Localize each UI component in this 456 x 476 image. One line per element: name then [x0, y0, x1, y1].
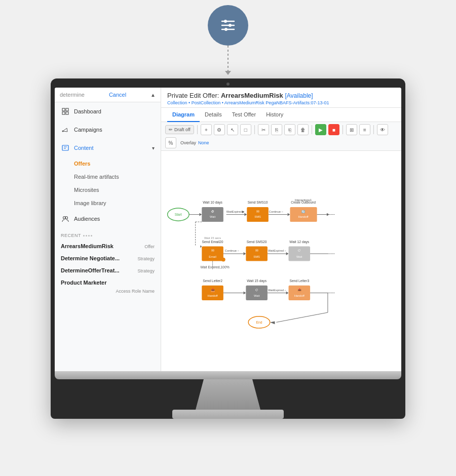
svg-text:Wait: Wait [254, 294, 260, 297]
sidebar-subitem-offers[interactable]: Offers [55, 157, 161, 170]
svg-rect-66 [202, 286, 223, 300]
svg-text:Interactions1: Interactions1 [295, 199, 312, 202]
recent-name-arrears: ArrearsMediumRisk [61, 243, 113, 249]
svg-text:Handoff: Handoff [294, 294, 305, 297]
tab-history[interactable]: History [261, 108, 288, 122]
recent-item-arrears[interactable]: ArrearsMediumRisk Offer [55, 240, 161, 252]
cut-button[interactable]: ✂ [258, 124, 269, 135]
audiences-icon [61, 214, 70, 223]
grid-button[interactable]: ⊞ [346, 124, 357, 135]
diagram-toolbar: ✏ Draft off + ⚙ ↖ □ ✂ ⎘ ⎗ 🗑 ▶ ■ [161, 122, 401, 151]
svg-text:⏱: ⏱ [297, 249, 301, 252]
tab-testoffer[interactable]: Test Offer [227, 108, 261, 122]
svg-text:Start: Start [175, 213, 182, 217]
sidebar-audiences-label: Audiences [74, 216, 100, 222]
delete-button[interactable]: 🗑 [297, 124, 309, 135]
svg-rect-8 [62, 112, 65, 114]
svg-rect-34 [290, 207, 317, 222]
overlay-value[interactable]: None [198, 140, 209, 145]
recent-name-productmarketer: Product Marketer [61, 280, 106, 286]
svg-text:✉: ✉ [255, 249, 258, 252]
svg-rect-20 [202, 207, 223, 222]
content-expand-icon[interactable]: ▾ [152, 145, 155, 151]
add-button[interactable]: + [201, 124, 212, 135]
draft-label: Draft off [174, 127, 191, 132]
svg-text:Wait 10 days: Wait 10 days [203, 201, 222, 205]
recent-label: RECENT [61, 233, 81, 238]
sidebar-subitem-realtime[interactable]: Real-time artifacts [55, 170, 161, 183]
svg-text:⏱: ⏱ [255, 288, 258, 292]
recent-name-determineoffertreat: DetermineOfferTreat... [61, 267, 120, 273]
shape-button[interactable]: □ [240, 124, 251, 135]
list-button[interactable]: ≡ [359, 124, 370, 135]
overlay-text: Overlay [180, 140, 196, 145]
toolbar-sep5 [373, 125, 374, 134]
eye-button[interactable]: 👁 [377, 124, 388, 135]
svg-point-5 [224, 28, 227, 31]
svg-point-3 [229, 24, 232, 27]
recent-item-productmarketer[interactable]: Product Marketer [55, 276, 161, 289]
svg-marker-71 [244, 291, 246, 294]
top-settings-icon [208, 5, 248, 46]
arrow-connector [225, 46, 231, 75]
page-wrapper: determine Cancel ▲ Dashboard Campa [0, 0, 456, 476]
recent-name-determine: Determine Negotiate... [61, 255, 120, 261]
paste-button[interactable]: ⎗ [284, 124, 295, 135]
recent-item-determineoffertreat[interactable]: DetermineOfferTreat... Strategy [55, 264, 161, 276]
tab-diagram[interactable]: Diagram [167, 108, 200, 122]
svg-marker-19 [199, 213, 202, 216]
main-content: Private Edit Offer: ArrearsMediumRisk [A… [161, 88, 401, 371]
title-name: ArrearsMediumRisk [221, 92, 283, 99]
svg-text:Wait 15 days: Wait 15 days [247, 279, 267, 283]
recent-item-determine[interactable]: Determine Negotiate... Strategy [55, 252, 161, 264]
flow-diagram-svg: Start ⏱ Wait Wait 10 days WaitExpired▶ [161, 151, 401, 371]
svg-text:Send SMS20: Send SMS20 [247, 240, 267, 244]
svg-rect-72 [246, 286, 268, 300]
sidebar-campaigns-label: Campaigns [74, 127, 102, 133]
svg-marker-50 [244, 252, 246, 255]
sidebar-item-campaigns[interactable]: Campaigns [55, 121, 161, 139]
copy-button[interactable]: ⎘ [271, 124, 282, 135]
svg-text:Handoff: Handoff [207, 294, 218, 297]
sidebar-item-dashboard[interactable]: Dashboard [55, 102, 161, 121]
svg-text:Wait 15 secs: Wait 15 secs [204, 236, 221, 240]
sidebar-item-audiences[interactable]: Audiences [55, 210, 161, 228]
svg-text:Send SMS10: Send SMS10 [248, 201, 268, 204]
svg-marker-33 [288, 213, 290, 216]
svg-text:WaitExpired→: WaitExpired→ [268, 249, 287, 252]
recent-type-determineoffertreat: Strategy [137, 268, 155, 273]
main-header: Private Edit Offer: ArrearsMediumRisk [A… [161, 88, 401, 108]
svg-line-87 [276, 312, 328, 322]
settings-button[interactable]: ⚙ [214, 124, 225, 135]
svg-marker-89 [270, 321, 275, 324]
run-button[interactable]: ▶ [315, 124, 326, 135]
dashboard-icon [61, 107, 70, 116]
sidebar-collapse-icon[interactable]: ▲ [150, 92, 156, 98]
svg-text:📤: 📤 [211, 288, 215, 292]
title-prefix: Private Edit Offer: [167, 92, 221, 99]
draft-toggle-button[interactable]: ✏ Draft off [165, 125, 194, 134]
percent-button[interactable]: % [165, 137, 176, 148]
svg-rect-6 [62, 108, 65, 111]
svg-text:Send Letter3: Send Letter3 [289, 279, 309, 283]
tabs-bar: Diagram Details Test Offer History [161, 108, 401, 122]
svg-text:Continue→: Continue→ [269, 210, 284, 213]
stop-button[interactable]: ■ [328, 124, 339, 135]
monitor-frame: determine Cancel ▲ Dashboard Campa [51, 78, 405, 419]
diagram-area: Start ⏱ Wait Wait 10 days WaitExpired▶ [161, 151, 401, 371]
toolbar-sep3 [312, 125, 312, 134]
svg-rect-79 [289, 286, 311, 300]
sidebar-item-content[interactable]: Content ▾ [55, 139, 161, 157]
svg-text:Send Email20: Send Email20 [202, 240, 223, 244]
sidebar-subitem-imagelibrary[interactable]: Image library [55, 196, 161, 210]
tab-details[interactable]: Details [200, 108, 227, 122]
sidebar-subitem-microsites[interactable]: Microsites [55, 183, 161, 196]
sidebar-cancel-button[interactable]: Cancel [109, 92, 126, 98]
toolbar-sep2 [254, 125, 255, 134]
svg-text:Handoff: Handoff [298, 215, 309, 218]
svg-text:Continue→: Continue→ [225, 249, 240, 252]
cursor-button[interactable]: ↖ [227, 124, 238, 135]
main-title: Private Edit Offer: ArrearsMediumRisk [A… [167, 92, 395, 99]
svg-text:SMS: SMS [254, 215, 261, 218]
svg-text:SMS: SMS [253, 255, 260, 258]
